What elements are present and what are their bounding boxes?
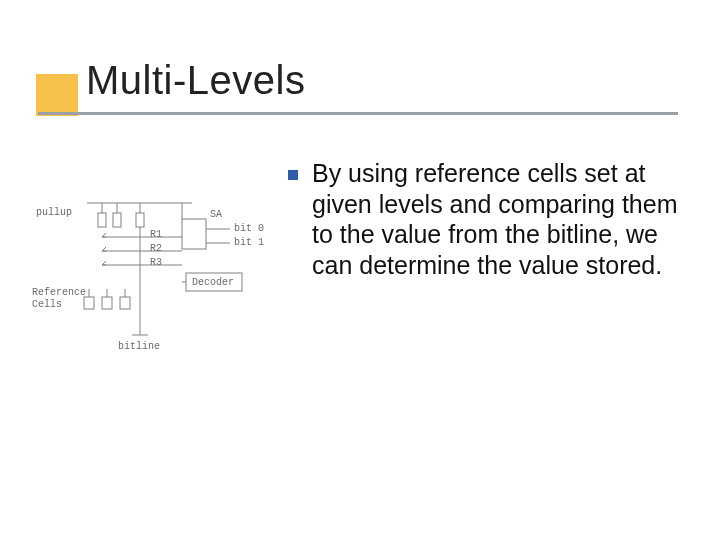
label-bit1: bit 1 xyxy=(234,237,264,248)
svg-rect-17 xyxy=(84,297,94,309)
label-bit0: bit 0 xyxy=(234,223,264,234)
label-decoder: Decoder xyxy=(192,277,234,288)
svg-rect-19 xyxy=(102,297,112,309)
title-accent-square xyxy=(36,74,78,116)
svg-rect-7 xyxy=(182,219,206,249)
slide: Multi-Levels By using reference cells se… xyxy=(0,0,720,540)
label-refcells-2: Cells xyxy=(32,299,62,310)
title-area: Multi-Levels xyxy=(0,58,720,122)
svg-rect-21 xyxy=(120,297,130,309)
square-bullet-icon xyxy=(288,170,298,180)
label-pullup: pullup xyxy=(36,207,72,218)
circuit-diagram: pullup R1 R2 R3 SA bit 0 bit 1 Decoder R… xyxy=(32,185,277,395)
label-bitline: bitline xyxy=(118,341,160,352)
label-r1: R1 xyxy=(150,229,162,240)
label-refcells-1: Reference xyxy=(32,287,86,298)
bullet-row: By using reference cells set at given le… xyxy=(288,158,693,280)
bullet-text: By using reference cells set at given le… xyxy=(312,158,693,280)
title-underline xyxy=(38,112,678,115)
svg-rect-2 xyxy=(98,213,106,227)
label-r2: R2 xyxy=(150,243,162,254)
label-sa: SA xyxy=(210,209,222,220)
slide-title: Multi-Levels xyxy=(86,58,305,103)
svg-rect-6 xyxy=(136,213,144,227)
svg-rect-4 xyxy=(113,213,121,227)
label-r3: R3 xyxy=(150,257,162,268)
